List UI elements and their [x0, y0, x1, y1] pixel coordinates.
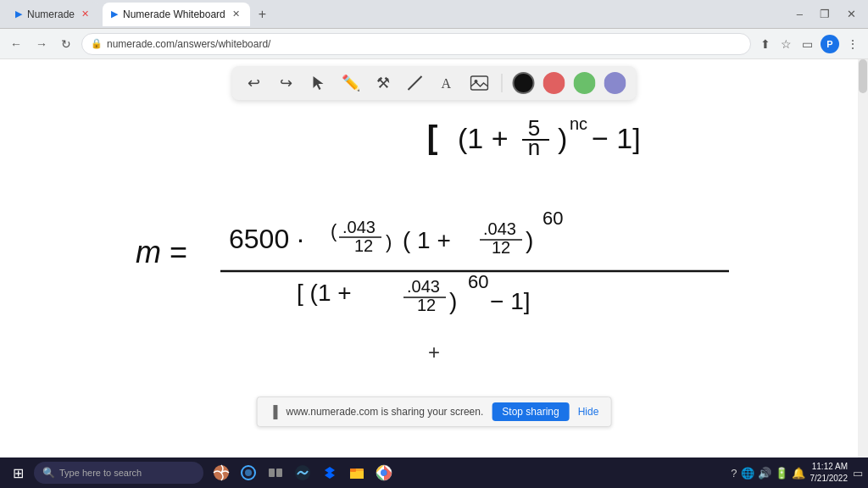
svg-rect-44	[350, 469, 356, 472]
menu-icon[interactable]: ⋮	[844, 35, 861, 53]
svg-text:(  1 +: ( 1 +	[403, 227, 451, 253]
svg-text:.043: .043	[407, 277, 440, 296]
drawing-toolbar: ↩ ↪ ✏️ ⚒ A	[232, 66, 637, 100]
taskbar-right: ? 🌐 🔊 🔋 🔔 11:12 AM 7/21/2022 ▭	[731, 461, 863, 485]
sidebar-icon[interactable]: ▭	[799, 35, 815, 53]
svg-text:nc: nc	[570, 114, 587, 133]
start-button[interactable]: ⊞	[5, 460, 31, 485]
tab2-close[interactable]: ✕	[231, 7, 242, 21]
taskbar-icon-files[interactable]	[346, 462, 368, 484]
color-red[interactable]	[543, 72, 565, 94]
redo-button[interactable]: ↪	[275, 71, 298, 95]
svg-marker-41	[325, 472, 335, 479]
line-tool[interactable]	[403, 71, 427, 95]
taskbar-icon-chrome[interactable]	[373, 462, 395, 484]
color-green[interactable]	[574, 72, 596, 94]
tab-whiteboard[interactable]: ▶ Numerade Whiteboard ✕	[103, 3, 250, 26]
hide-button[interactable]: Hide	[578, 406, 599, 418]
svg-text:[: [	[427, 119, 438, 155]
color-black[interactable]	[513, 72, 535, 94]
close-button[interactable]: ✕	[842, 6, 861, 22]
minimize-button[interactable]: –	[792, 6, 808, 22]
refresh-button[interactable]: ↻	[58, 36, 75, 53]
tab1-icon: ▶	[15, 8, 22, 19]
browser-titlebar: ▶ Numerade ✕ ▶ Numerade Whiteboard ✕ + –…	[0, 0, 868, 29]
svg-rect-38	[276, 469, 282, 477]
address-bar[interactable]: 🔒 numerade.com/answers/whiteboard/	[81, 33, 751, 55]
tab1-close[interactable]: ✕	[80, 7, 91, 21]
taskbar-icon-cortana[interactable]	[237, 462, 259, 484]
taskbar-search-icon: 🔍	[42, 467, 55, 479]
undo-button[interactable]: ↩	[242, 71, 266, 95]
svg-text:n: n	[528, 135, 540, 160]
pencil-tool[interactable]: ✏️	[339, 71, 363, 95]
scrollbar-thumb[interactable]	[859, 59, 867, 93]
window-controls: – ❐ ✕	[792, 6, 861, 22]
taskbar-search[interactable]: 🔍 Type here to search	[34, 462, 203, 484]
system-clock[interactable]: 11:12 AM 7/21/2022	[810, 461, 849, 485]
svg-text:.043: .043	[342, 218, 376, 236]
tray-battery-icon[interactable]: 🔋	[775, 467, 788, 480]
stop-sharing-button[interactable]: Stop sharing	[492, 402, 569, 421]
svg-text:60: 60	[542, 208, 563, 229]
svg-text:): )	[386, 231, 392, 252]
back-button[interactable]: ←	[7, 36, 25, 53]
tab1-label: Numerade	[27, 8, 75, 20]
svg-text:[  (1 +: [ (1 +	[297, 280, 352, 306]
browser-toolbar-icons: ⬆ ☆ ▭ P ⋮	[758, 35, 861, 53]
add-content-button[interactable]: +	[428, 341, 440, 364]
image-tool[interactable]	[468, 71, 492, 95]
windows-logo-icon: ⊞	[13, 465, 24, 481]
svg-text:12: 12	[492, 238, 510, 257]
svg-text:12: 12	[417, 296, 436, 314]
profile-avatar[interactable]: P	[821, 35, 839, 53]
taskbar-search-text: Type here to search	[59, 468, 142, 478]
bookmark-icon[interactable]: ☆	[778, 35, 794, 53]
select-tool[interactable]	[307, 71, 331, 95]
svg-text:m: m	[136, 235, 161, 269]
share-icon[interactable]: ⬆	[758, 35, 773, 53]
svg-text:): )	[449, 288, 457, 314]
taskbar-icon-dropbox[interactable]	[319, 462, 341, 484]
screen-sharing-bar: ▐ www.numerade.com is sharing your scree…	[257, 396, 612, 427]
tab-numerade[interactable]: ▶ Numerade ✕	[7, 3, 99, 26]
tray-volume-icon[interactable]: 🔊	[758, 467, 771, 480]
system-tray-icons: ? 🌐 🔊 🔋 🔔	[731, 467, 804, 480]
tray-notification-icon[interactable]: 🔔	[792, 467, 805, 480]
svg-point-36	[245, 469, 252, 476]
svg-text:−  1]: − 1]	[592, 122, 641, 154]
whiteboard-area: ↩ ↪ ✏️ ⚒ A [ (1 + 5 n ) nc − 1]	[0, 59, 868, 458]
lock-icon: 🔒	[91, 38, 103, 49]
svg-text:): )	[558, 122, 567, 154]
svg-text:60: 60	[468, 271, 488, 292]
restore-button[interactable]: ❐	[815, 6, 835, 22]
svg-text:12: 12	[354, 236, 373, 255]
svg-text:): )	[526, 227, 533, 253]
sharing-icon: ▐	[270, 405, 278, 419]
svg-point-47	[381, 470, 387, 476]
forward-button[interactable]: →	[32, 36, 51, 53]
svg-text:.043: .043	[483, 219, 516, 238]
svg-text:A: A	[442, 76, 452, 91]
svg-rect-43	[350, 471, 364, 479]
scrollbar[interactable]	[858, 59, 868, 458]
svg-rect-37	[269, 469, 275, 477]
tray-network-icon[interactable]: 🌐	[741, 467, 754, 480]
text-tool[interactable]: A	[436, 71, 459, 95]
new-tab-button[interactable]: +	[253, 7, 271, 22]
svg-text:=: =	[170, 235, 187, 269]
color-blue[interactable]	[604, 72, 626, 94]
taskbar-icon-taskview[interactable]	[264, 462, 287, 484]
taskbar-icon-pinwheel[interactable]	[210, 462, 232, 484]
browser-addressbar: ← → ↻ 🔒 numerade.com/answers/whiteboard/…	[0, 29, 868, 59]
taskbar: ⊞ 🔍 Type here to search	[0, 458, 868, 488]
toolbar-separator	[502, 74, 503, 92]
tray-help-icon[interactable]: ?	[731, 467, 737, 480]
sharing-message: www.numerade.com is sharing your screen.	[287, 406, 484, 418]
system-time: 11:12 AM	[810, 461, 849, 473]
tab2-icon: ▶	[111, 8, 118, 19]
tools-button[interactable]: ⚒	[371, 71, 395, 95]
show-desktop-button[interactable]: ▭	[853, 467, 863, 480]
taskbar-icon-steam[interactable]	[292, 462, 314, 484]
svg-text:6500 ·: 6500 ·	[229, 224, 304, 254]
